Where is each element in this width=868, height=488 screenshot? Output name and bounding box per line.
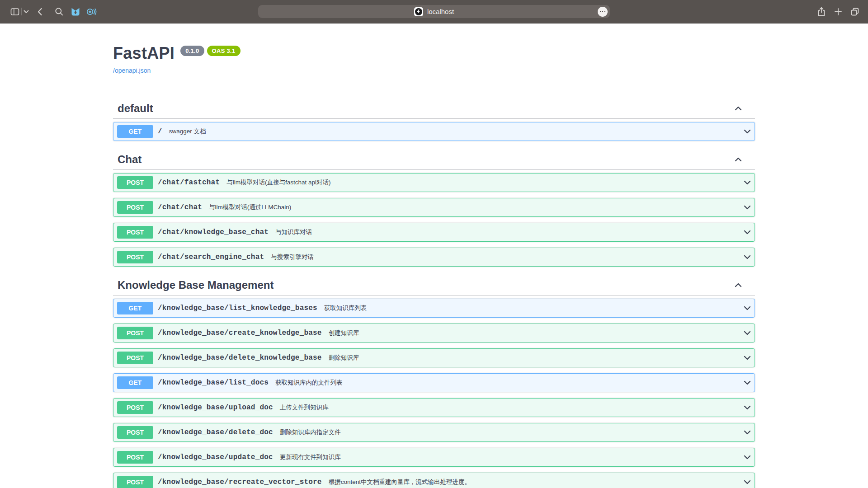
new-tab-icon[interactable] bbox=[833, 7, 843, 17]
endpoint-path: /knowledge_base/update_doc bbox=[158, 453, 273, 461]
endpoint-path: /chat/search_engine_chat bbox=[158, 253, 264, 261]
search-icon[interactable] bbox=[54, 6, 65, 17]
chevron-down-icon[interactable] bbox=[743, 228, 752, 237]
share-icon[interactable] bbox=[816, 6, 827, 17]
endpoint-row[interactable]: POST /chat/knowledge_base_chat 与知识库对话 bbox=[113, 223, 755, 242]
endpoint-rows: GET / swagger 文档 bbox=[113, 122, 755, 141]
endpoint-row[interactable]: POST /knowledge_base/recreate_vector_sto… bbox=[113, 473, 755, 488]
toolbar-divider bbox=[21, 8, 22, 15]
endpoint-row[interactable]: POST /chat/search_engine_chat 与搜索引擎对话 bbox=[113, 248, 755, 267]
more-ellipsis-icon[interactable] bbox=[598, 7, 608, 17]
api-section: default GET / swagger 文档 bbox=[113, 100, 755, 141]
tab-overview-icon[interactable] bbox=[849, 6, 860, 17]
endpoint-path: /knowledge_base/list_docs bbox=[158, 379, 269, 387]
endpoint-row[interactable]: GET /knowledge_base/list_docs 获取知识库内的文件列… bbox=[113, 373, 755, 392]
endpoint-description: 创建知识库 bbox=[329, 329, 359, 337]
section-header[interactable]: Knowledge Base Management bbox=[113, 272, 755, 296]
api-sections: default GET / swagger 文档 Chat POST /chat… bbox=[113, 100, 755, 488]
endpoint-path: /knowledge_base/upload_doc bbox=[158, 404, 273, 412]
method-badge: POST bbox=[117, 327, 153, 339]
endpoint-path: /knowledge_base/create_knowledge_base bbox=[158, 329, 322, 337]
section-title: Chat bbox=[118, 153, 734, 166]
endpoint-description: 根据content中文档重建向量库，流式输出处理进度。 bbox=[329, 478, 471, 486]
endpoint-row[interactable]: GET /knowledge_base/list_knowledge_bases… bbox=[113, 299, 755, 318]
api-section: Chat POST /chat/fastchat 与llm模型对话(直接与fas… bbox=[113, 147, 755, 267]
chevron-down-icon[interactable] bbox=[743, 178, 752, 187]
endpoint-description: 删除知识库内指定文件 bbox=[280, 428, 341, 436]
browser-toolbar: localhost bbox=[0, 0, 868, 23]
section-title: Knowledge Base Management bbox=[118, 279, 734, 291]
chevron-down-icon[interactable] bbox=[743, 478, 752, 487]
chevron-down-icon[interactable] bbox=[743, 328, 752, 338]
endpoint-description: 与llm模型对话(通过LLMChain) bbox=[209, 203, 291, 211]
endpoint-description: 与llm模型对话(直接与fastchat api对话) bbox=[226, 178, 330, 187]
pinned-tab-clash-icon[interactable] bbox=[71, 7, 80, 17]
section-header[interactable]: Chat bbox=[113, 147, 755, 170]
endpoint-row[interactable]: POST /knowledge_base/update_doc 更新现有文件到知… bbox=[113, 448, 755, 467]
method-badge: GET bbox=[117, 376, 153, 389]
endpoint-description: 更新现有文件到知识库 bbox=[280, 453, 341, 461]
endpoint-description: 与搜索引擎对话 bbox=[271, 253, 314, 261]
section-title: default bbox=[118, 102, 734, 115]
method-badge: POST bbox=[117, 426, 153, 439]
chevron-up-icon[interactable] bbox=[734, 281, 743, 290]
endpoint-rows: POST /chat/fastchat 与llm模型对话(直接与fastchat… bbox=[113, 173, 755, 267]
endpoint-path: /knowledge_base/recreate_vector_store bbox=[158, 478, 322, 486]
endpoint-row[interactable]: POST /knowledge_base/create_knowledge_ba… bbox=[113, 324, 755, 343]
endpoint-path: /knowledge_base/list_knowledge_bases bbox=[158, 304, 317, 312]
swagger-page: FastAPI 0.1.0 OAS 3.1 /openapi.json defa… bbox=[0, 23, 868, 488]
endpoint-row[interactable]: POST /chat/chat 与llm模型对话(通过LLMChain) bbox=[113, 198, 755, 217]
endpoint-row[interactable]: POST /knowledge_base/delete_knowledge_ba… bbox=[113, 348, 755, 367]
page-title: FastAPI 0.1.0 OAS 3.1 bbox=[113, 43, 755, 63]
url-text: localhost bbox=[427, 8, 454, 15]
chevron-down-icon[interactable] bbox=[743, 403, 752, 412]
endpoint-row[interactable]: POST /chat/fastchat 与llm模型对话(直接与fastchat… bbox=[113, 173, 755, 192]
method-badge: POST bbox=[117, 451, 153, 464]
endpoint-path: / bbox=[158, 127, 162, 136]
method-badge: POST bbox=[117, 251, 153, 263]
fastapi-bolt-icon bbox=[415, 8, 422, 15]
chevron-down-icon[interactable] bbox=[743, 453, 752, 462]
endpoint-description: 获取知识库列表 bbox=[324, 304, 367, 312]
endpoint-path: /knowledge_base/delete_doc bbox=[158, 428, 273, 436]
page-favicon bbox=[414, 7, 423, 16]
section-header[interactable]: default bbox=[113, 100, 755, 119]
chevron-down-icon[interactable] bbox=[743, 253, 752, 262]
endpoint-path: /chat/knowledge_base_chat bbox=[158, 228, 269, 236]
endpoint-row[interactable]: POST /knowledge_base/delete_doc 删除知识库内指定… bbox=[113, 423, 755, 442]
endpoint-path: /chat/chat bbox=[158, 203, 202, 211]
endpoint-row[interactable]: POST /knowledge_base/upload_doc 上传文件到知识库 bbox=[113, 398, 755, 417]
method-badge: POST bbox=[117, 352, 153, 364]
method-badge: POST bbox=[117, 176, 153, 189]
api-section: Knowledge Base Management GET /knowledge… bbox=[113, 272, 755, 488]
method-badge: POST bbox=[117, 201, 153, 214]
endpoint-row[interactable]: GET / swagger 文档 bbox=[113, 122, 755, 141]
endpoint-description: 与知识库对话 bbox=[275, 228, 312, 236]
api-title-text: FastAPI bbox=[113, 43, 175, 63]
method-badge: POST bbox=[117, 226, 153, 239]
chevron-down-icon[interactable] bbox=[743, 378, 752, 387]
sidebar-chevron-down-icon[interactable] bbox=[24, 10, 29, 14]
chevron-up-icon[interactable] bbox=[734, 155, 743, 164]
openapi-spec-link[interactable]: /openapi.json bbox=[113, 67, 151, 74]
sidebar-toggle-icon[interactable] bbox=[9, 6, 20, 17]
method-badge: GET bbox=[117, 302, 153, 314]
endpoint-path: /knowledge_base/delete_knowledge_base bbox=[158, 354, 322, 362]
endpoint-rows: GET /knowledge_base/list_knowledge_bases… bbox=[113, 299, 755, 488]
version-badge: 0.1.0 bbox=[180, 46, 204, 56]
back-icon[interactable] bbox=[35, 6, 46, 17]
chevron-down-icon[interactable] bbox=[743, 203, 752, 212]
method-badge: POST bbox=[117, 476, 153, 488]
chevron-down-icon[interactable] bbox=[743, 127, 752, 136]
chevron-down-icon[interactable] bbox=[743, 304, 752, 313]
pinned-tab-broadcast-icon[interactable] bbox=[86, 7, 98, 17]
chevron-up-icon[interactable] bbox=[734, 104, 743, 113]
method-badge: GET bbox=[117, 125, 153, 138]
chevron-down-icon[interactable] bbox=[743, 353, 752, 362]
title-badges: 0.1.0 OAS 3.1 bbox=[180, 46, 240, 56]
chevron-down-icon[interactable] bbox=[743, 428, 752, 437]
endpoint-description: 删除知识库 bbox=[329, 354, 359, 362]
endpoint-description: swagger 文档 bbox=[169, 127, 206, 136]
api-info-block: FastAPI 0.1.0 OAS 3.1 /openapi.json bbox=[113, 23, 755, 75]
address-bar[interactable]: localhost bbox=[258, 5, 610, 18]
